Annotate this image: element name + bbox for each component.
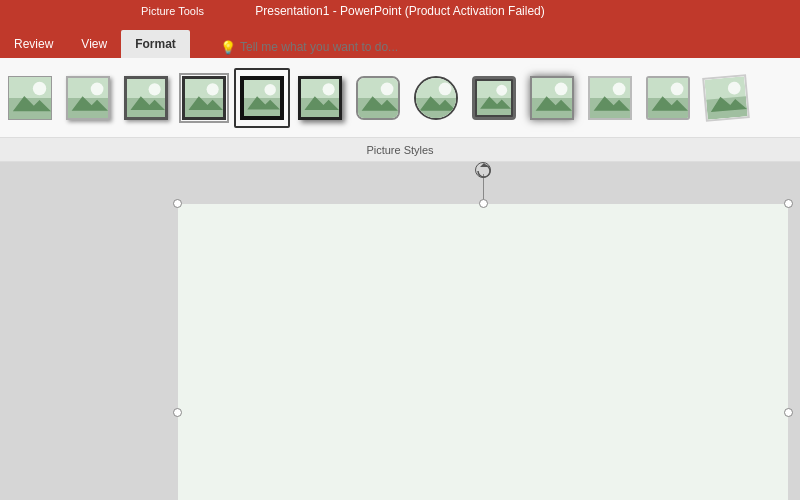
svg-point-18 <box>264 84 275 95</box>
picture-style-2[interactable] <box>118 68 174 128</box>
picture-style-5[interactable] <box>292 68 348 128</box>
picture-style-11[interactable] <box>640 68 696 128</box>
tab-view[interactable]: View <box>67 30 121 58</box>
tab-review[interactable]: Review <box>0 30 67 58</box>
picture-style-7[interactable] <box>408 68 464 128</box>
svg-point-26 <box>381 82 394 95</box>
handle-middle-right[interactable] <box>784 408 793 417</box>
slide-area <box>0 162 800 500</box>
picture-style-6[interactable] <box>350 68 406 128</box>
svg-point-14 <box>207 83 219 95</box>
ribbon-tabs: Review View Format 💡 <box>0 22 800 58</box>
svg-point-34 <box>496 84 507 95</box>
picture-styles-section-label: Picture Styles <box>0 138 800 162</box>
picture-style-12[interactable] <box>698 68 754 128</box>
svg-point-42 <box>613 82 626 95</box>
svg-point-2 <box>33 81 46 94</box>
picture-style-10[interactable] <box>582 68 638 128</box>
picture-tools-label: Picture Tools <box>130 0 215 22</box>
picture-style-8[interactable] <box>466 68 522 128</box>
handle-top-right[interactable] <box>784 199 793 208</box>
picture-style-0[interactable] <box>2 68 58 128</box>
rotate-handle[interactable] <box>475 162 491 178</box>
svg-point-10 <box>149 83 161 95</box>
picture-style-4[interactable] <box>234 68 290 128</box>
picture-style-9[interactable] <box>524 68 580 128</box>
svg-point-22 <box>323 83 335 95</box>
title-text: Presentation1 - PowerPoint (Product Acti… <box>255 4 544 18</box>
lightbulb-icon: 💡 <box>220 40 236 55</box>
svg-point-30 <box>439 82 452 95</box>
svg-point-38 <box>555 82 568 95</box>
tab-format[interactable]: Format <box>121 30 190 58</box>
handle-top-middle[interactable] <box>479 199 488 208</box>
title-bar: Presentation1 - PowerPoint (Product Acti… <box>0 0 800 22</box>
tell-me-bar: 💡 <box>220 36 460 58</box>
picture-style-3[interactable] <box>176 68 232 128</box>
picture-style-1[interactable] <box>60 68 116 128</box>
tell-me-input[interactable] <box>240 40 460 54</box>
selected-image[interactable] <box>178 204 788 500</box>
handle-top-left[interactable] <box>173 199 182 208</box>
handle-middle-left[interactable] <box>173 408 182 417</box>
ribbon-content <box>0 58 800 138</box>
svg-point-6 <box>91 82 104 95</box>
svg-point-46 <box>671 82 684 95</box>
